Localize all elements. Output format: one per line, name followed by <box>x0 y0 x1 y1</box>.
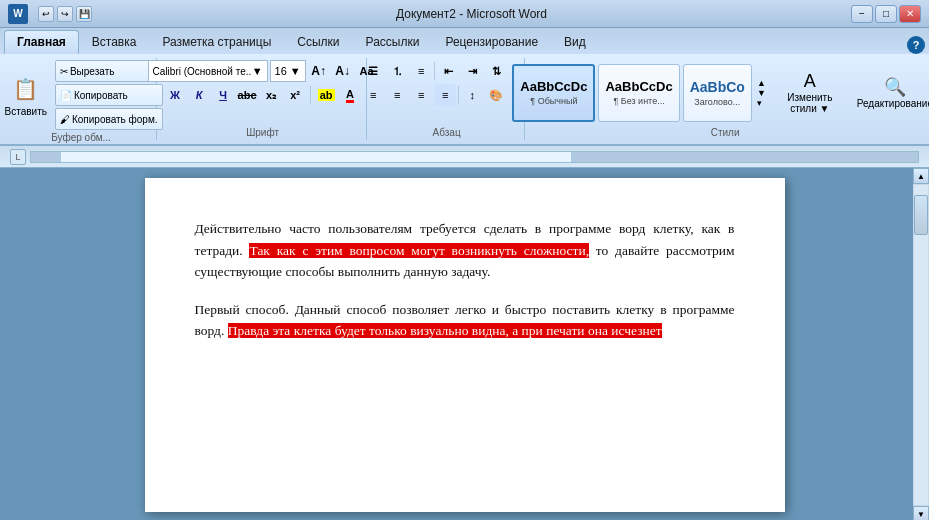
font-size-arrow: ▼ <box>290 65 301 77</box>
styles-group-label: Стили <box>711 127 740 138</box>
superscript-button[interactable]: x² <box>284 84 306 106</box>
change-styles-label: Изменить стили ▼ <box>780 92 840 114</box>
ruler-toggle[interactable]: L <box>10 149 26 165</box>
subscript-button[interactable]: x₂ <box>260 84 282 106</box>
font-group: Calibri (Основной те... ▼ 16 ▼ A↑ A↓ Aa … <box>159 58 367 140</box>
shading-button[interactable]: 🎨 <box>485 84 507 106</box>
scroll-track[interactable] <box>914 185 928 505</box>
bullets-button[interactable]: ☰ <box>362 60 384 82</box>
font-size-dropdown[interactable]: 16 ▼ <box>270 60 306 82</box>
align-center-button[interactable]: ≡ <box>386 84 408 106</box>
style-no-spacing-button[interactable]: AaBbCcDc ¶ Без инте... <box>598 64 679 122</box>
clipboard-group: 📋 Вставить ✂ Вырезать 📄 Копировать 🖌 Коп… <box>6 58 157 140</box>
style-normal-preview: AaBbCcDc <box>520 79 587 94</box>
minimize-button[interactable]: − <box>851 5 873 23</box>
style-heading-preview: AaBbCo <box>690 79 745 95</box>
editing-label: Редактирование <box>857 98 929 109</box>
editing-group: 🔍 Редактирование <box>852 73 929 112</box>
divider <box>458 86 459 104</box>
paragraph-bottom-row: ≡ ≡ ≡ ≡ ↕ 🎨 ⊞ <box>362 84 531 106</box>
styles-more-button[interactable]: ▾ <box>757 98 766 108</box>
font-name-arrow: ▼ <box>252 65 263 77</box>
font-name-value: Calibri (Основной те... <box>153 66 252 77</box>
copy-button[interactable]: 📄 Копировать <box>55 84 163 106</box>
styles-group: AaBbCcDc ¶ Обычный AaBbCcDc ¶ Без инте..… <box>527 58 923 140</box>
tab-home[interactable]: Главная <box>4 30 79 54</box>
decrease-font-button[interactable]: A↓ <box>332 60 354 82</box>
font-group-label: Шрифт <box>246 127 279 138</box>
styles-up-arrow[interactable]: ▲ <box>757 78 766 88</box>
styles-right-buttons: A Изменить стили ▼ <box>775 68 845 117</box>
sort-button[interactable]: ⇅ <box>485 60 507 82</box>
paste-icon: 📋 <box>11 74 41 104</box>
font-top-row: Calibri (Основной те... ▼ 16 ▼ A↑ A↓ Aa <box>148 60 378 82</box>
styles-down-arrow[interactable]: ▼ <box>757 88 766 98</box>
align-left-button[interactable]: ≡ <box>362 84 384 106</box>
font-bottom-row: Ж К Ч abc x₂ x² ab A <box>164 84 361 106</box>
align-right-button[interactable]: ≡ <box>410 84 432 106</box>
help-button[interactable]: ? <box>907 36 925 54</box>
strikethrough-button[interactable]: abc <box>236 84 258 106</box>
change-styles-button[interactable]: A Изменить стили ▼ <box>775 68 845 117</box>
style-no-spacing-label: ¶ Без инте... <box>613 96 664 106</box>
ruler: L <box>0 146 929 168</box>
tab-insert[interactable]: Вставка <box>79 30 150 54</box>
paragraph-group: ☰ ⒈ ≡ ⇤ ⇥ ⇅ ¶ ≡ ≡ ≡ ≡ ↕ 🎨 ⊞ <box>369 58 525 140</box>
tab-view[interactable]: Вид <box>551 30 599 54</box>
style-heading-button[interactable]: AaBbCo Заголово... <box>683 64 752 122</box>
redo-button[interactable]: ↪ <box>57 6 73 22</box>
style-no-spacing-preview: AaBbCcDc <box>605 79 672 94</box>
font-controls: Calibri (Основной те... ▼ 16 ▼ A↑ A↓ Aa … <box>148 60 378 125</box>
paragraph-top-row: ☰ ⒈ ≡ ⇤ ⇥ ⇅ ¶ <box>362 60 531 82</box>
document-page[interactable]: Действительно часто пользователям требуе… <box>145 178 785 512</box>
underline-button[interactable]: Ч <box>212 84 234 106</box>
window-title: Документ2 - Microsoft Word <box>396 7 547 21</box>
tab-references[interactable]: Ссылки <box>284 30 352 54</box>
align-justify-button[interactable]: ≡ <box>434 84 456 106</box>
close-button[interactable]: ✕ <box>899 5 921 23</box>
line-spacing-button[interactable]: ↕ <box>461 84 483 106</box>
para2-highlight: Правда эта клетка будет только визуально… <box>228 323 662 338</box>
title-bar: W ↩ ↪ 💾 Документ2 - Microsoft Word − □ ✕ <box>0 0 929 28</box>
editing-icon: 🔍 <box>884 76 906 98</box>
style-normal-button[interactable]: AaBbCcDc ¶ Обычный <box>512 64 595 122</box>
ribbon: Главная Вставка Разметка страницы Ссылки… <box>0 28 929 146</box>
save-button[interactable]: 💾 <box>76 6 92 22</box>
format-painter-button[interactable]: 🖌 Копировать форм. <box>55 108 163 130</box>
highlight-button[interactable]: ab <box>315 84 337 106</box>
undo-button[interactable]: ↩ <box>38 6 54 22</box>
scroll-up-button[interactable]: ▲ <box>913 168 929 184</box>
vertical-scrollbar: ▲ ▼ <box>913 168 929 520</box>
font-name-dropdown[interactable]: Calibri (Основной те... ▼ <box>148 60 268 82</box>
numbering-button[interactable]: ⒈ <box>386 60 408 82</box>
font-color-button[interactable]: A <box>339 84 361 106</box>
title-bar-left: W ↩ ↪ 💾 <box>8 4 92 24</box>
bold-button[interactable]: Ж <box>164 84 186 106</box>
horizontal-ruler <box>30 151 919 163</box>
style-heading-label: Заголово... <box>694 97 740 107</box>
scroll-down-button[interactable]: ▼ <box>913 506 929 520</box>
paragraph-1: Действительно часто пользователям требуе… <box>195 218 735 283</box>
divider <box>310 86 311 104</box>
style-normal-label: ¶ Обычный <box>530 96 577 106</box>
scroll-thumb[interactable] <box>914 195 928 235</box>
italic-button[interactable]: К <box>188 84 210 106</box>
cut-button[interactable]: ✂ Вырезать <box>55 60 163 82</box>
editing-button[interactable]: 🔍 Редактирование <box>852 73 929 112</box>
clipboard-buttons: 📋 Вставить ✂ Вырезать 📄 Копировать 🖌 Коп… <box>0 60 163 130</box>
tab-page-layout[interactable]: Разметка страницы <box>149 30 284 54</box>
document-container: Действительно часто пользователям требуе… <box>0 168 929 520</box>
ribbon-tabs: Главная Вставка Разметка страницы Ссылки… <box>0 28 929 54</box>
styles-area: AaBbCcDc ¶ Обычный AaBbCcDc ¶ Без инте..… <box>512 64 768 122</box>
clipboard-group-label: Буфер обм... <box>51 132 111 143</box>
increase-font-button[interactable]: A↑ <box>308 60 330 82</box>
increase-indent-button[interactable]: ⇥ <box>461 60 483 82</box>
maximize-button[interactable]: □ <box>875 5 897 23</box>
tab-review[interactable]: Рецензирование <box>432 30 551 54</box>
decrease-indent-button[interactable]: ⇤ <box>437 60 459 82</box>
paste-label: Вставить <box>5 106 47 117</box>
paste-button[interactable]: 📋 Вставить <box>0 71 52 120</box>
tab-mailings[interactable]: Рассылки <box>353 30 433 54</box>
paragraph-2: Первый способ. Данный способ позволяет л… <box>195 299 735 342</box>
multilevel-list-button[interactable]: ≡ <box>410 60 432 82</box>
